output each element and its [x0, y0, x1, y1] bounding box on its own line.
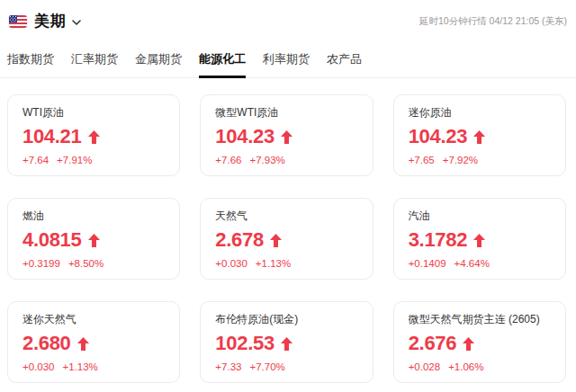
last-price: 2.676: [409, 333, 457, 354]
arrow-up-icon: [473, 234, 485, 247]
arrow-up-icon: [473, 130, 485, 144]
arrow-up-icon: [77, 337, 89, 351]
last-price: 3.1782: [409, 229, 468, 251]
contract-name: 燃油: [22, 209, 165, 222]
change-percent: +7.93%: [249, 155, 284, 166]
quote-card-micro-wti-crude[interactable]: 微型WTI原油 104.23 +7.66 +7.93%: [200, 94, 373, 176]
quote-card-mini-natural-gas[interactable]: 迷你天然气 2.680 +0.030 +1.13%: [7, 301, 180, 383]
last-price: 104.23: [409, 126, 468, 147]
last-price: 2.678: [215, 229, 264, 251]
last-price: 104.21: [22, 126, 82, 147]
change-value: +0.030: [22, 361, 55, 373]
contract-name: 天然气: [215, 209, 357, 222]
change-percent: +7.70%: [249, 361, 284, 373]
change-value: +0.3199: [22, 258, 60, 270]
quote-card-gasoline[interactable]: 汽油 3.1782 +0.1409 +4.64%: [393, 198, 566, 280]
market-selector[interactable]: 美期: [9, 11, 81, 31]
us-flag-icon: [9, 15, 27, 28]
change-value: +7.64: [22, 155, 49, 166]
chevron-down-icon: [72, 20, 81, 25]
contract-name: WTI原油: [22, 106, 165, 119]
quotes-grid: WTI原油 104.21 +7.64 +7.91% 微型WTI原油 104.23…: [0, 94, 576, 383]
last-price: 102.53: [215, 333, 274, 354]
change-percent: +4.64%: [454, 258, 490, 270]
contract-name: 汽油: [409, 209, 551, 222]
arrow-up-icon: [281, 337, 292, 351]
arrow-up-icon: [88, 130, 100, 144]
tab-index-futures[interactable]: 指数期货: [7, 46, 54, 78]
change-percent: +8.50%: [68, 258, 104, 270]
tab-fx-futures[interactable]: 汇率期货: [71, 46, 118, 78]
contract-name: 布伦特原油(现金): [215, 313, 357, 325]
change-value: +7.33: [215, 361, 241, 373]
quote-card-mini-crude[interactable]: 迷你原油 104.23 +7.65 +7.92%: [393, 94, 566, 176]
tab-agriculture[interactable]: 农产品: [327, 46, 362, 78]
header: 美期 延时10分钟行情 04/12 21:05 (美东): [0, 0, 576, 34]
arrow-up-icon: [281, 130, 292, 144]
us-futures-quotes-page: 美期 延时10分钟行情 04/12 21:05 (美东) 指数期货 汇率期货 金…: [0, 0, 576, 383]
change-percent: +7.91%: [57, 155, 92, 166]
change-value: +0.1409: [409, 258, 446, 270]
category-tabs: 指数期货 汇率期货 金属期货 能源化工 利率期货 农产品: [0, 46, 576, 78]
contract-name: 微型天然气期货主连 (2605): [409, 313, 551, 325]
contract-name: 迷你原油: [409, 106, 551, 119]
tab-metal-futures[interactable]: 金属期货: [135, 46, 182, 78]
contract-name: 微型WTI原油: [215, 106, 357, 119]
quote-delay-note: 延时10分钟行情 04/12 21:05 (美东): [419, 15, 567, 28]
contract-name: 迷你天然气: [22, 313, 165, 325]
last-price: 4.0815: [22, 229, 82, 251]
quote-card-fuel-oil[interactable]: 燃油 4.0815 +0.3199 +8.50%: [7, 198, 180, 280]
tab-energy-chemicals[interactable]: 能源化工: [199, 46, 246, 78]
last-price: 2.680: [22, 333, 71, 354]
change-percent: +1.13%: [63, 361, 98, 373]
quote-card-brent-crude-cash[interactable]: 布伦特原油(现金) 102.53 +7.33 +7.70%: [200, 301, 373, 383]
arrow-up-icon: [88, 234, 100, 247]
quote-card-wti-crude[interactable]: WTI原油 104.21 +7.64 +7.91%: [7, 94, 180, 176]
quote-card-natural-gas[interactable]: 天然气 2.678 +0.030 +1.13%: [200, 198, 373, 280]
change-value: +7.65: [409, 155, 435, 166]
change-percent: +7.92%: [443, 155, 478, 166]
last-price: 104.23: [215, 126, 274, 147]
tab-rate-futures[interactable]: 利率期货: [263, 46, 310, 78]
change-value: +7.66: [215, 155, 241, 166]
arrow-up-icon: [463, 337, 474, 351]
quote-card-micro-natural-gas-main[interactable]: 微型天然气期货主连 (2605) 2.676 +0.028 +1.06%: [393, 301, 566, 383]
change-value: +0.030: [215, 258, 248, 270]
change-value: +0.028: [409, 361, 441, 373]
page-title: 美期: [34, 11, 66, 31]
change-percent: +1.13%: [256, 258, 291, 270]
arrow-up-icon: [270, 234, 282, 247]
change-percent: +1.06%: [448, 361, 483, 373]
